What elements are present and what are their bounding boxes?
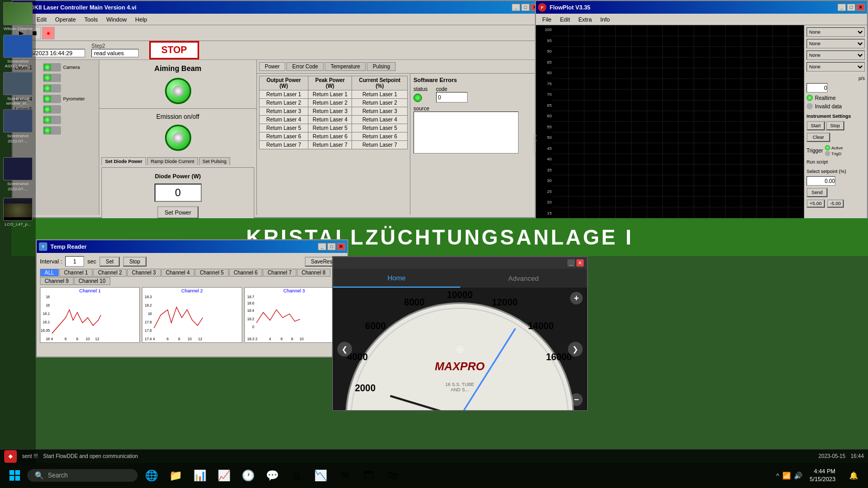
table-cell[interactable]: Return Laser 6 — [308, 133, 352, 141]
temp-stop-btn[interactable]: Stop — [123, 257, 147, 267]
tab-channel-2[interactable]: Channel 2 — [93, 269, 127, 277]
table-cell[interactable]: Return Laser 1 — [352, 90, 408, 99]
table-cell[interactable]: Return Laser 7 — [260, 141, 308, 149]
temp-maximize-btn[interactable]: □ — [327, 243, 336, 250]
temp-set-btn[interactable]: Set — [99, 257, 120, 267]
tray-volume-icon[interactable]: 🔊 — [794, 472, 802, 480]
temp-interval-input[interactable] — [65, 256, 84, 267]
fp-send-btn[interactable]: Send — [807, 188, 828, 197]
table-cell[interactable]: Return Laser 5 — [352, 124, 408, 133]
taskbar-icon-print[interactable]: 🖨 — [285, 464, 308, 487]
fp-select-4[interactable]: None — [807, 62, 865, 72]
fp-menu-edit[interactable]: Edit — [556, 15, 574, 24]
fp-select-3[interactable]: None — [807, 50, 865, 60]
temp-minimize-btn[interactable]: _ — [318, 243, 326, 250]
table-cell[interactable]: Return Laser 1 — [308, 90, 352, 99]
table-cell[interactable]: Return Laser 4 — [308, 116, 352, 124]
tab-channel-7[interactable]: Channel 7 — [263, 269, 296, 277]
tray-chevron[interactable]: ^ — [776, 472, 779, 480]
gauge-crosshair-btn[interactable]: ⊕ — [453, 342, 468, 357]
set-power-button[interactable]: Set Power — [157, 206, 199, 219]
sidebar-thumb-screenshot3[interactable]: Screenshot2022-07-... — [3, 109, 33, 144]
tray-network-icon[interactable]: 📶 — [782, 472, 791, 480]
fp-menu-extra[interactable]: Extra — [574, 15, 596, 24]
temp-close-btn[interactable]: ✕ — [337, 243, 345, 250]
table-cell[interactable]: Return Laser 2 — [260, 99, 308, 107]
table-cell[interactable]: Return Laser 3 — [308, 107, 352, 116]
gauge-minimize-btn[interactable]: _ — [567, 259, 575, 267]
gauge-close-btn[interactable]: ✕ — [576, 259, 584, 267]
table-cell[interactable]: Return Laser 5 — [260, 124, 308, 133]
fp-value-input[interactable] — [807, 83, 828, 93]
toolbar-btn-3[interactable]: ● — [42, 27, 55, 39]
table-cell[interactable]: Return Laser 4 — [352, 116, 408, 124]
aiming-beam-button[interactable] — [165, 78, 191, 104]
source-textarea[interactable] — [414, 111, 519, 154]
emission-button[interactable] — [165, 125, 191, 151]
tab-channel-5[interactable]: Channel 5 — [195, 269, 229, 277]
laser-4-toggle[interactable] — [43, 95, 61, 103]
tab-channel-3[interactable]: Channel 3 — [127, 269, 161, 277]
laser-2-toggle[interactable] — [43, 74, 61, 82]
sidebar-thumb-screenshot2[interactable]: Screenshotwindow_er... — [3, 72, 33, 106]
sidebar-thumb-wilson-chrome[interactable]: Wilson Chrome — [3, 2, 33, 32]
lokii-menu-window[interactable]: Window — [102, 15, 131, 24]
tab-set-diode-power[interactable]: Set Diode Power — [101, 157, 146, 165]
stop-button[interactable]: STOP — [149, 41, 199, 59]
fp-stop-btn[interactable]: Stop — [826, 121, 844, 130]
flowplot-maximize-btn[interactable]: □ — [847, 4, 855, 11]
taskbar-icon-clock[interactable]: 🕐 — [236, 464, 260, 487]
start-button[interactable] — [4, 465, 25, 486]
taskbar-icon-win[interactable]: 🗔 — [357, 464, 380, 487]
lokii-maximize-btn[interactable]: □ — [521, 4, 530, 11]
tab-channel-6[interactable]: Channel 6 — [229, 269, 263, 277]
fp-menu-file[interactable]: File — [538, 15, 556, 24]
taskbar-clock[interactable]: 4:44 PM 5/15/2023 — [804, 467, 841, 484]
sidebar-thumb-lco[interactable]: Screenshot2022-07-... — [3, 157, 33, 191]
gauge-minus-btn[interactable]: − — [570, 393, 583, 406]
taskbar-icon-chat[interactable]: 💬 — [261, 464, 284, 487]
table-cell[interactable]: Return Laser 2 — [308, 99, 352, 107]
taskbar-search[interactable]: 🔍 Search — [27, 469, 138, 482]
data-tab-power[interactable]: Power — [259, 62, 285, 71]
gauge-advanced-tab[interactable]: Advanced — [460, 269, 587, 288]
table-cell[interactable]: Return Laser 7 — [308, 141, 352, 149]
laser-6-toggle[interactable] — [43, 116, 61, 124]
gauge-home-tab[interactable]: Home — [333, 269, 460, 288]
table-cell[interactable]: Return Laser 5 — [308, 124, 352, 133]
diode-power-input[interactable] — [154, 184, 202, 202]
laser-7-toggle[interactable] — [43, 126, 61, 135]
laser-1-toggle[interactable] — [43, 63, 61, 72]
sidebar-thumb-screenshot4[interactable]: LCO_L47_p... — [3, 198, 33, 227]
taskbar-icon-store[interactable]: 🛍 — [381, 464, 405, 487]
tab-channel-10[interactable]: Channel 10 — [74, 277, 110, 285]
taskbar-icon-bar[interactable]: 📉 — [309, 464, 332, 487]
lokii-minimize-btn[interactable]: _ — [512, 4, 520, 11]
tab-ramp-diode-current[interactable]: Ramp Diode Current — [147, 157, 198, 165]
tab-channel-8[interactable]: Channel 8 — [297, 269, 330, 277]
lokii-menu-help[interactable]: Help — [131, 15, 151, 24]
table-cell[interactable]: Return Laser 2 — [352, 99, 408, 107]
data-tab-error-code[interactable]: Error Code — [286, 62, 324, 71]
table-cell[interactable]: Return Laser 4 — [260, 116, 308, 124]
lokii-menu-operate[interactable]: Operate — [51, 15, 80, 24]
gauge-nav-right[interactable]: ❯ — [568, 342, 583, 357]
flowplot-close-btn[interactable]: ✕ — [856, 4, 865, 11]
tab-channel-1[interactable]: Channel 1 — [59, 269, 93, 277]
fp-clear-btn[interactable]: Clear — [807, 133, 830, 142]
table-cell[interactable]: Return Laser 7 — [352, 141, 408, 149]
lokii-menu-tools[interactable]: Tools — [80, 15, 102, 24]
taskbar-icon-chart[interactable]: 📊 — [188, 464, 211, 487]
fp-menu-info[interactable]: Info — [596, 15, 614, 24]
tab-set-pulsing[interactable]: Set Pulsing — [199, 157, 231, 165]
taskbar-icon-browser[interactable]: 🌐 — [140, 464, 163, 487]
laser-3-toggle[interactable] — [43, 84, 61, 93]
fp-setpoint-value[interactable] — [807, 176, 835, 186]
fp-select-2[interactable]: None — [807, 39, 865, 48]
tab-channel-9[interactable]: Channel 9 — [40, 277, 74, 285]
tab-channel-4[interactable]: Channel 4 — [161, 269, 195, 277]
table-cell[interactable]: Return Laser 3 — [260, 107, 308, 116]
taskbar-icon-stock[interactable]: 📈 — [212, 464, 235, 487]
table-cell[interactable]: Return Laser 6 — [260, 133, 308, 141]
table-cell[interactable]: Return Laser 3 — [352, 107, 408, 116]
